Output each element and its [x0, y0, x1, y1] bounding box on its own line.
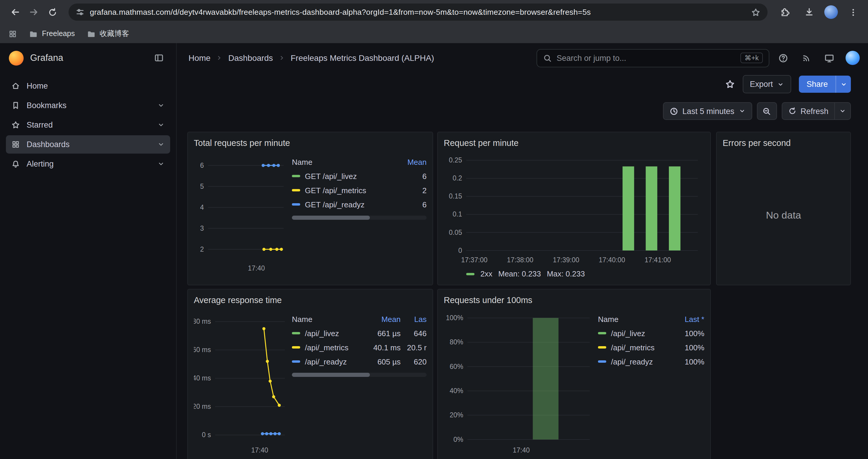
- legend-col-mean[interactable]: Mean: [396, 157, 427, 166]
- browser-actions: [776, 3, 862, 21]
- total-requests-chart[interactable]: 6543217:40: [194, 150, 287, 274]
- request-per-minute-chart[interactable]: 0.250.20.150.10.05017:37:0017:38:0017:39…: [444, 150, 704, 266]
- bookmark-star-icon[interactable]: [751, 7, 761, 17]
- display-icon[interactable]: [820, 49, 838, 67]
- svg-text:80 ms: 80 ms: [194, 318, 211, 325]
- downloads-icon[interactable]: [800, 3, 818, 21]
- panel-title[interactable]: Total requests per minute: [194, 136, 427, 150]
- scrollbar-thumb[interactable]: [292, 373, 370, 377]
- svg-text:17:37:00: 17:37:00: [461, 256, 488, 264]
- url-text[interactable]: grafana.mathmast.com/d/deytv4rwavabkb/fr…: [90, 8, 746, 17]
- series-toggle[interactable]: GET /api/_livez: [292, 172, 396, 181]
- series-toggle[interactable]: /api/_livez: [292, 329, 365, 338]
- time-range-picker[interactable]: Last 5 minutes: [663, 102, 752, 120]
- share-dropdown-chevron[interactable]: [836, 76, 851, 93]
- legend-col-mean[interactable]: Mean: [365, 315, 401, 323]
- extensions-icon[interactable]: [776, 3, 794, 21]
- breadcrumb-current: Freeleaps Metrics Dashboard (ALPHA): [291, 53, 434, 63]
- user-avatar[interactable]: [845, 51, 860, 65]
- panel-title[interactable]: Average response time: [194, 293, 427, 307]
- svg-text:20%: 20%: [450, 411, 463, 419]
- legend-col-name[interactable]: Name: [292, 157, 396, 166]
- reload-button[interactable]: [44, 3, 61, 21]
- help-icon[interactable]: [774, 49, 793, 67]
- dashboards-icon: [11, 140, 20, 149]
- requests-under-100ms-chart[interactable]: 100%80%60%40%20%0%17:40: [444, 307, 593, 456]
- panel-request-per-minute: Request per minute 0.250.20.150.10.05017…: [437, 132, 711, 285]
- url-bar[interactable]: grafana.mathmast.com/d/deytv4rwavabkb/fr…: [68, 4, 768, 21]
- browser-profile-avatar[interactable]: [824, 5, 838, 19]
- sidebar: Grafana Home Bookmarks Starred Dashboard…: [0, 43, 177, 459]
- browser-menu-icon[interactable]: [844, 3, 862, 21]
- legend-col-last[interactable]: Last *: [671, 315, 704, 323]
- breadcrumb-dashboards[interactable]: Dashboards: [228, 53, 273, 63]
- share-label[interactable]: Share: [799, 76, 836, 93]
- series-toggle[interactable]: 2xx: [480, 269, 492, 278]
- series-toggle[interactable]: /api/_livez: [598, 329, 671, 338]
- svg-text:17:38:00: 17:38:00: [507, 256, 533, 264]
- grafana-logo[interactable]: [9, 51, 24, 65]
- svg-text:40 ms: 40 ms: [194, 374, 211, 382]
- bookmark-label: Freeleaps: [42, 30, 75, 38]
- series-toggle[interactable]: /api/_readyz: [598, 357, 671, 366]
- series-toggle[interactable]: GET /api/_readyz: [292, 200, 396, 209]
- share-button[interactable]: Share: [799, 76, 851, 93]
- bell-icon: [11, 160, 20, 168]
- series-toggle[interactable]: /api/_readyz: [292, 357, 365, 366]
- legend-col-last[interactable]: Las: [401, 315, 427, 323]
- series-mean: 6: [396, 200, 427, 209]
- average-response-time-chart[interactable]: 80 ms60 ms40 ms20 ms0 s17:40: [194, 307, 287, 456]
- legend-scrollbar[interactable]: [292, 216, 427, 220]
- chevron-down-icon: [157, 160, 165, 168]
- bookmark-icon: [11, 101, 20, 110]
- scrollbar-thumb[interactable]: [292, 216, 370, 220]
- legend-scrollbar[interactable]: [292, 373, 427, 377]
- breadcrumb-home[interactable]: Home: [188, 53, 211, 63]
- search-input[interactable]: Search or jump to... ⌘+k: [536, 49, 769, 67]
- browser-toolbar: grafana.mathmast.com/d/deytv4rwavabkb/fr…: [0, 0, 868, 24]
- refresh-group: Refresh: [781, 102, 851, 120]
- chevron-down-icon: [157, 140, 165, 148]
- bookmark-item-freeleaps[interactable]: Freeleaps: [29, 29, 75, 38]
- svg-text:60%: 60%: [450, 363, 463, 370]
- svg-text:80%: 80%: [450, 338, 463, 346]
- site-settings-icon[interactable]: [75, 8, 85, 17]
- panel-requests-under-100ms: Requests under 100ms 100%80%60%40%20%0%1…: [437, 289, 711, 459]
- sidebar-item-label: Home: [27, 81, 48, 90]
- series-swatch: [598, 360, 606, 363]
- folder-icon: [87, 29, 95, 38]
- series-toggle[interactable]: /api/_metrics: [598, 343, 671, 352]
- series-toggle[interactable]: /api/_metrics: [292, 343, 365, 352]
- search-shortcut-kbd: ⌘+k: [740, 53, 763, 63]
- panel-title[interactable]: Request per minute: [444, 136, 704, 150]
- refresh-button[interactable]: Refresh: [781, 102, 835, 120]
- favorite-star-icon[interactable]: [725, 79, 735, 89]
- bookmark-label: 收藏博客: [99, 29, 129, 39]
- svg-text:17:40:00: 17:40:00: [598, 256, 625, 264]
- back-button[interactable]: [6, 3, 24, 21]
- dock-menu-icon[interactable]: [151, 50, 167, 66]
- sidebar-item-home[interactable]: Home: [6, 77, 170, 95]
- legend-col-name[interactable]: Name: [598, 315, 671, 323]
- series-swatch: [598, 346, 606, 349]
- series-toggle[interactable]: GET /api/_metrics: [292, 186, 396, 195]
- zoom-out-button[interactable]: [756, 102, 777, 120]
- forward-button[interactable]: [25, 3, 42, 21]
- legend-col-name[interactable]: Name: [292, 315, 365, 323]
- legend-inline: 2xx Mean: 0.233 Max: 0.233: [444, 269, 704, 278]
- clock-icon: [670, 107, 678, 116]
- refresh-label: Refresh: [800, 107, 829, 116]
- legend-table: Name Mean GET /api/_livez 6 GET /api/_me…: [287, 155, 427, 274]
- rss-icon[interactable]: [797, 49, 815, 67]
- bookmark-item-blog[interactable]: 收藏博客: [87, 29, 129, 39]
- sidebar-item-dashboards[interactable]: Dashboards: [6, 135, 170, 154]
- sidebar-item-alerting[interactable]: Alerting: [6, 155, 170, 173]
- refresh-interval-dropdown[interactable]: [835, 102, 851, 120]
- sidebar-item-bookmarks[interactable]: Bookmarks: [6, 96, 170, 114]
- legend-row: GET /api/_livez 6: [292, 169, 427, 183]
- chevron-down-icon: [777, 80, 784, 88]
- export-button[interactable]: Export: [743, 75, 791, 93]
- sidebar-item-starred[interactable]: Starred: [6, 116, 170, 134]
- panel-title[interactable]: Requests under 100ms: [444, 293, 704, 307]
- apps-grid-icon[interactable]: [8, 29, 17, 38]
